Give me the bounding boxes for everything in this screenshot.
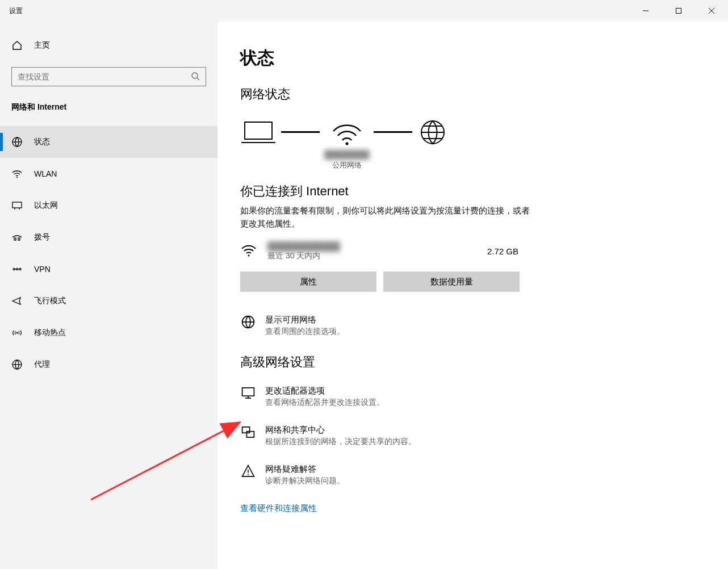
airplane-icon	[11, 295, 23, 307]
wifi-icon	[11, 168, 23, 179]
home-label: 主页	[34, 40, 50, 51]
svg-rect-9	[12, 202, 22, 208]
troubleshoot-link[interactable]: 网络疑难解答 诊断并解决网络问题。	[240, 464, 705, 486]
page-title: 状态	[240, 47, 705, 70]
link-desc: 诊断并解决网络问题。	[265, 476, 345, 486]
sidebar-item-label: 以太网	[34, 200, 58, 211]
data-usage-button[interactable]: 数据使用量	[383, 271, 520, 292]
sidebar-item-dialup[interactable]: 拨号	[0, 221, 217, 253]
search-box[interactable]	[11, 67, 206, 86]
sidebar-item-label: 状态	[34, 137, 50, 147]
ethernet-icon	[11, 200, 23, 211]
connected-title: 你已连接到 Internet	[240, 183, 705, 200]
button-row: 属性 数据使用量	[240, 271, 705, 292]
sidebar-item-hotspot[interactable]: 移动热点	[0, 317, 217, 349]
wifi-icon	[240, 242, 257, 261]
dialup-icon	[11, 232, 23, 243]
minimize-button[interactable]	[629, 0, 662, 22]
maximize-button[interactable]	[662, 0, 695, 22]
sidebar-item-vpn[interactable]: VPN	[0, 253, 217, 285]
sidebar-item-label: 代理	[34, 359, 50, 370]
globe-icon	[11, 136, 23, 148]
window-title: 设置	[9, 6, 23, 16]
svg-point-8	[16, 177, 18, 178]
svg-point-4	[192, 73, 198, 78]
advanced-heading: 高级网络设置	[240, 354, 705, 371]
connection-name-blurred: ████████████	[267, 241, 340, 251]
sidebar-item-status[interactable]: 状态	[0, 126, 217, 158]
svg-point-38	[248, 474, 249, 475]
sidebar-item-label: 移动热点	[34, 328, 66, 338]
link-desc: 查看周围的连接选项。	[265, 327, 345, 337]
laptop-icon	[240, 119, 277, 146]
home-button[interactable]: 主页	[0, 32, 217, 59]
sharing-icon	[240, 425, 256, 440]
svg-point-16	[19, 269, 21, 270]
network-name-blurred: ████████	[324, 150, 369, 159]
router-node: ████████ 公用网络	[324, 119, 369, 170]
link-desc: 根据所连接到的网络，决定要共享的内容。	[265, 437, 416, 447]
svg-rect-35	[242, 427, 250, 433]
sidebar-item-label: VPN	[34, 265, 51, 274]
hardware-link[interactable]: 查看硬件和连接属性	[240, 503, 705, 514]
close-button[interactable]	[695, 0, 728, 22]
proxy-icon	[11, 359, 23, 370]
network-diagram: ████████ 公用网络	[240, 119, 705, 170]
svg-rect-22	[245, 122, 272, 139]
svg-rect-13	[18, 238, 20, 240]
svg-point-19	[16, 332, 18, 334]
sharing-center-link[interactable]: 网络和共享中心 根据所连接到的网络，决定要共享的内容。	[240, 425, 705, 447]
sidebar-item-label: WLAN	[34, 169, 57, 178]
search-icon	[191, 72, 200, 82]
sidebar: 主页 网络和 Internet 状态 WLAN	[0, 22, 217, 569]
diagram-line	[281, 131, 320, 133]
titlebar: 设置	[0, 0, 728, 22]
properties-button[interactable]: 属性	[240, 271, 376, 292]
link-title: 网络疑难解答	[265, 464, 345, 475]
link-desc: 查看网络适配器并更改连接设置。	[265, 398, 384, 408]
svg-point-24	[345, 143, 348, 145]
section-network-status: 网络状态	[240, 86, 705, 103]
svg-line-5	[197, 78, 199, 80]
usage-period: 最近 30 天内内	[267, 251, 340, 261]
link-title: 显示可用网络	[265, 315, 345, 325]
sidebar-item-ethernet[interactable]: 以太网	[0, 190, 217, 221]
warning-icon	[240, 464, 256, 479]
internet-node	[417, 119, 449, 146]
connection-info: ████████████ 最近 30 天内内 2.72 GB	[240, 241, 524, 261]
globe-icon	[240, 315, 256, 329]
network-type: 公用网络	[332, 160, 362, 170]
wifi-icon	[331, 119, 363, 148]
adapter-options-link[interactable]: 更改适配器选项 查看网络适配器并更改连接设置。	[240, 386, 705, 408]
search-input[interactable]	[18, 72, 191, 81]
content: 状态 网络状态 ████████ 公用网络	[217, 22, 728, 569]
sidebar-item-proxy[interactable]: 代理	[0, 349, 217, 380]
svg-rect-12	[14, 238, 16, 240]
link-title: 网络和共享中心	[265, 425, 416, 436]
home-icon	[11, 40, 23, 51]
svg-point-14	[13, 269, 15, 270]
svg-rect-32	[242, 388, 254, 396]
window-controls	[629, 0, 728, 22]
show-networks-link[interactable]: 显示可用网络 查看周围的连接选项。	[240, 315, 705, 337]
diagram-line	[374, 131, 412, 133]
link-title: 更改适配器选项	[265, 386, 384, 396]
vpn-icon	[11, 263, 23, 275]
hotspot-icon	[11, 327, 23, 338]
globe-icon	[417, 119, 449, 146]
svg-point-29	[248, 255, 250, 257]
device-node	[240, 119, 277, 146]
sidebar-item-airplane[interactable]: 飞行模式	[0, 285, 217, 317]
svg-point-15	[16, 269, 18, 270]
sidebar-item-label: 飞行模式	[34, 296, 66, 306]
monitor-icon	[240, 386, 256, 400]
svg-rect-36	[246, 432, 254, 437]
sidebar-category: 网络和 Internet	[0, 99, 217, 126]
connected-desc: 如果你的流量套餐有限制，则你可以将此网络设置为按流量计费的连接，或者更改其他属性…	[240, 204, 530, 230]
data-used: 2.72 GB	[487, 246, 518, 256]
sidebar-item-wlan[interactable]: WLAN	[0, 158, 217, 190]
sidebar-item-label: 拨号	[34, 232, 50, 242]
svg-rect-1	[676, 9, 681, 14]
